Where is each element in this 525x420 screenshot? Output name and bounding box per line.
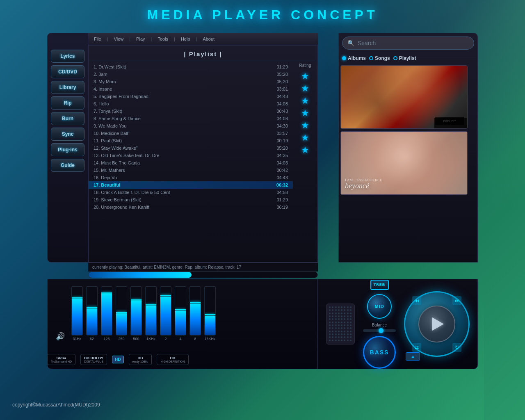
sidebar-btn-rip[interactable]: Rip (51, 96, 84, 110)
eq-band-125[interactable]: 125 (101, 286, 112, 341)
hd-ready-text: HD (138, 356, 143, 360)
playlist-list[interactable]: 1. Dr.West (Skit)01:292. 3am05:203. My M… (89, 61, 293, 250)
rating-label: Rating (299, 63, 311, 68)
shuffle-button[interactable]: ⇄ (412, 343, 421, 352)
playlist-item[interactable]: 18. Crack A Bottle f. Dr. Dre & 50 Cent0… (89, 189, 293, 196)
playlist-item[interactable]: 1. Dr.West (Skit)01:29 (89, 63, 293, 71)
menu-file[interactable]: File (92, 36, 103, 42)
tab-albums[interactable]: Albums (342, 55, 366, 61)
bass-knob[interactable]: BASS (363, 336, 396, 369)
menu-tools[interactable]: Tools (156, 36, 170, 42)
copyright: copyright©MudassarAhmed(MUDI)2009 (12, 402, 100, 408)
eq-label: 125 (103, 337, 110, 341)
search-input[interactable] (358, 40, 469, 46)
menu-help[interactable]: Help (179, 36, 192, 42)
grille-dot (335, 322, 337, 323)
menu-play[interactable]: Play (135, 36, 146, 42)
eq-band-62[interactable]: 62 (86, 286, 98, 341)
sidebar-btn-lyrics[interactable]: Lyrics (51, 50, 84, 63)
grille-dot (350, 333, 352, 335)
playlist-item[interactable]: 14. Must Be The Ganja04:03 (89, 159, 293, 167)
eq-bar-container (160, 286, 171, 336)
playlist-item[interactable]: 9. We Made You04:30 (89, 122, 293, 130)
sidebar-btn-guide[interactable]: Guide (51, 159, 84, 172)
balance-slider[interactable] (363, 329, 396, 332)
treb-knob[interactable]: TREB (370, 280, 389, 290)
star-2[interactable]: ★ (301, 83, 309, 94)
next-track-button[interactable]: ⏭ (452, 296, 461, 305)
prev-track-button[interactable]: ⏮ (412, 296, 421, 305)
sidebar-btn-cddvd[interactable]: CD/DVD (51, 65, 84, 78)
eject-button[interactable]: ⏏ (406, 352, 420, 361)
playlist-item[interactable]: 20. Underground Ken Kaniff06:19 (89, 203, 293, 211)
playlist-item[interactable]: 19. Steve Berman (Skit)01:29 (89, 196, 293, 203)
eq-band-4[interactable]: 4 (175, 286, 186, 341)
play-button[interactable] (418, 306, 455, 342)
star-3[interactable]: ★ (301, 96, 309, 106)
next-icon: ⏭ (454, 298, 459, 304)
menu-view[interactable]: View (112, 36, 126, 42)
star-5[interactable]: ★ (301, 120, 309, 131)
progress-bar[interactable] (88, 272, 318, 278)
grille-dot (350, 327, 352, 329)
hd-ready-subtext: ready 1080p (132, 360, 148, 363)
playlist-item[interactable]: 11. Paul (Skit)00:19 (89, 137, 293, 144)
album-card-1[interactable]: EXPLICIT (340, 65, 468, 129)
eq-band-16KHz[interactable]: 16KHz (204, 286, 216, 341)
srs-text: SRS● (57, 356, 66, 360)
content-area: | Playlist | 1. Dr.West (Skit)01:292. 3a… (88, 45, 318, 262)
eq-band-2[interactable]: 2 (160, 286, 171, 341)
grille-dot (335, 333, 337, 335)
eq-band-31Hz[interactable]: 31Hz (71, 286, 83, 341)
playlist-item[interactable]: 10. Medicine Ball"03:57 (89, 130, 293, 137)
page-title: MEDIA PLAYER CONCEPT (0, 0, 525, 23)
eq-band-250[interactable]: 250 (116, 286, 127, 341)
grille-dot (347, 340, 349, 341)
grille-dot (350, 313, 352, 314)
grille-dot (347, 313, 349, 314)
star-6[interactable]: ★ (301, 132, 309, 143)
grille-dot (335, 327, 337, 329)
tab-playlist[interactable]: Playlist (393, 55, 416, 61)
star-4[interactable]: ★ (301, 108, 309, 119)
grille-dot (344, 315, 345, 317)
sidebar-btn-sync[interactable]: Sync (51, 128, 84, 141)
srs-logo: SRS● TruSurround HD (47, 354, 75, 365)
playlist-item[interactable]: 2. 3am05:20 (89, 71, 293, 78)
grille-dot (338, 313, 340, 314)
sidebar: Lyrics CD/DVD Library Rip Burn Sync Plug… (47, 33, 88, 262)
eq-band-1KHz[interactable]: 1KHz (145, 286, 157, 341)
eq-bar-container (116, 286, 127, 336)
mid-knob[interactable]: MID (367, 294, 392, 319)
playlist-item[interactable]: 12. Stay Wide Awake"05:20 (89, 144, 293, 152)
grille-dot (338, 333, 340, 335)
playlist-item[interactable]: 4. Insane03:01 (89, 85, 293, 93)
tab-songs[interactable]: Songs (369, 55, 390, 61)
repeat-button[interactable]: ↻ (452, 343, 461, 352)
sidebar-btn-plugins[interactable]: Plug-ins (51, 143, 84, 156)
eq-band-8[interactable]: 8 (189, 286, 201, 341)
volume-icon[interactable]: 🔊 (56, 332, 65, 341)
album-card-2[interactable]: beyoncé I AM... SASHA FIERCE (340, 131, 468, 195)
playlist-item[interactable]: 16. Deja Vu04:43 (89, 174, 293, 181)
grille-dot (335, 324, 337, 326)
menu-about[interactable]: About (201, 36, 216, 42)
speaker-grille (326, 304, 355, 345)
playlist-item[interactable]: 3. My Mom05:20 (89, 78, 293, 85)
playlist-item[interactable]: 15. Mr. Mathers00:42 (89, 167, 293, 174)
playlist-item[interactable]: 8. Same Song & Dance04:08 (89, 115, 293, 122)
star-1[interactable]: ★ (301, 71, 309, 82)
balance-thumb (379, 328, 383, 333)
search-box[interactable]: 🔍 (342, 37, 474, 50)
albums-grid[interactable]: EXPLICIT beyoncé I AM... SASHA FIERCE (339, 64, 477, 248)
rating-panel: Rating ★ ★ ★ ★ ★ ★ ★ (293, 61, 317, 250)
eq-band-500[interactable]: 500 (130, 286, 142, 341)
sidebar-btn-library[interactable]: Library (51, 81, 84, 94)
playlist-item[interactable]: 6. Hello04:08 (89, 100, 293, 107)
playlist-item[interactable]: 13. Old Time's Sake feat. Dr. Dre04:35 (89, 152, 293, 159)
star-7[interactable]: ★ (301, 145, 309, 155)
playlist-item[interactable]: 17. Beautiful06:32 (89, 181, 293, 189)
sidebar-btn-burn[interactable]: Burn (51, 112, 84, 125)
playlist-item[interactable]: 5. Bagpipes From Baghdad04:43 (89, 93, 293, 100)
playlist-item[interactable]: 7. Tonya (Skit)00:43 (89, 107, 293, 115)
